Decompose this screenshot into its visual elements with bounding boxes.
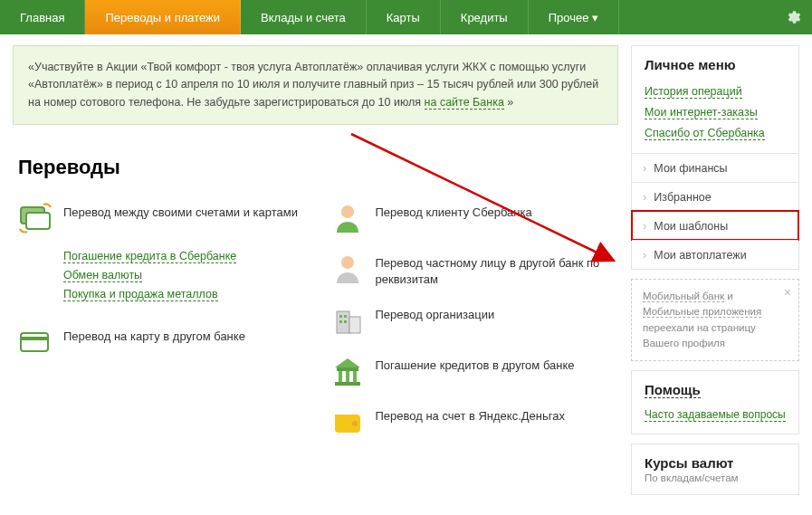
link-orders[interactable]: Мои интернет-заказы: [632, 102, 770, 123]
svg-point-5: [341, 256, 354, 269]
menu-my-templates[interactable]: Мои шаблоны: [632, 211, 798, 240]
sublink-exchange[interactable]: Обмен валюты: [63, 269, 142, 282]
svg-rect-7: [349, 317, 360, 333]
menu-autopayments[interactable]: Мои автоплатежи: [632, 240, 798, 269]
help-title[interactable]: Помощь: [645, 382, 701, 398]
promo-banner: «Участвуйте в Акции «Твой комфорт - твоя…: [13, 45, 618, 125]
link-faq[interactable]: Часто задаваемые вопросы: [645, 408, 786, 422]
tile-organization[interactable]: Перевод организации: [325, 298, 619, 348]
nav-credits[interactable]: Кредиты: [441, 0, 529, 34]
rates-subtitle: По вкладам/счетам: [645, 472, 786, 483]
help-box: Помощь Часто задаваемые вопросы: [631, 370, 799, 434]
menu-favorites[interactable]: Избранное: [632, 182, 798, 211]
sublink-credit-repay[interactable]: Погашение кредита в Сбербанке: [63, 250, 236, 263]
svg-rect-10: [339, 320, 342, 323]
link-mobile-apps[interactable]: Мобильные приложения: [643, 306, 761, 318]
svg-rect-8: [339, 315, 342, 318]
svg-rect-11: [344, 320, 347, 323]
link-thanks[interactable]: Спасибо от Сбербанка: [632, 123, 778, 144]
nav-deposits[interactable]: Вклады и счета: [241, 0, 367, 34]
close-icon[interactable]: ×: [784, 283, 791, 302]
svg-rect-6: [337, 311, 349, 333]
nav-transfers[interactable]: Переводы и платежи: [85, 0, 241, 34]
svg-rect-12: [337, 367, 358, 371]
personal-menu-title: Личное меню: [632, 46, 798, 81]
promo-banner-link[interactable]: на сайте Банка: [425, 96, 504, 110]
nav-other[interactable]: Прочее ▾: [529, 0, 619, 34]
tile-credit-other-bank[interactable]: Погашение кредитов в другом банке: [325, 348, 619, 399]
svg-rect-16: [335, 382, 360, 386]
svg-point-17: [352, 421, 358, 426]
svg-point-4: [341, 205, 354, 218]
card-swap-icon: [16, 201, 54, 235]
menu-my-finances[interactable]: Мои финансы: [632, 153, 798, 182]
tile-sber-client[interactable]: Перевод клиенту Сбербанка: [325, 196, 619, 246]
svg-rect-15: [353, 371, 357, 382]
svg-rect-1: [26, 213, 50, 229]
main-content: «Участвуйте в Акции «Твой комфорт - твоя…: [13, 45, 618, 495]
svg-rect-9: [344, 315, 347, 318]
rates-title: Курсы валют: [645, 455, 786, 471]
building-icon: [329, 303, 367, 338]
section-title-transfers: Переводы: [18, 156, 618, 179]
svg-rect-14: [346, 371, 349, 382]
bank-icon: [329, 354, 367, 388]
settings-gear-icon[interactable]: [774, 0, 812, 34]
tile-yandex-money[interactable]: Перевод на счет в Яндекс.Деньгах: [325, 399, 619, 450]
rates-box: Курсы валют По вкладам/счетам: [631, 443, 799, 495]
person-gray-icon: [329, 252, 367, 286]
card-icon: [16, 325, 54, 359]
svg-rect-13: [339, 371, 342, 382]
svg-rect-3: [21, 337, 48, 340]
nav-cards[interactable]: Карты: [367, 0, 441, 34]
tile-between-own[interactable]: Перевод между своими счетами и картами: [13, 196, 307, 246]
personal-menu: Личное меню История операций Мои интерне…: [631, 45, 799, 270]
tile-other-person[interactable]: Перевод частному лицу в другой банк по р…: [325, 246, 619, 298]
svg-rect-2: [21, 333, 48, 351]
top-nav: Главная Переводы и платежи Вклады и счет…: [0, 0, 812, 34]
tile-card-other-bank[interactable]: Перевод на карту в другом банке: [13, 319, 307, 370]
sidebar: Личное меню История операций Мои интерне…: [631, 45, 799, 495]
link-mobile-bank[interactable]: Мобильный банк: [643, 291, 724, 302]
wallet-yellow-icon: [329, 405, 367, 439]
person-green-icon: [329, 201, 367, 235]
link-history[interactable]: История операций: [632, 81, 755, 102]
mobile-bank-notice: × Мобильный банк и Мобильные приложения …: [631, 279, 799, 361]
sublink-metals[interactable]: Покупка и продажа металлов: [63, 288, 218, 301]
nav-home[interactable]: Главная: [0, 0, 85, 34]
